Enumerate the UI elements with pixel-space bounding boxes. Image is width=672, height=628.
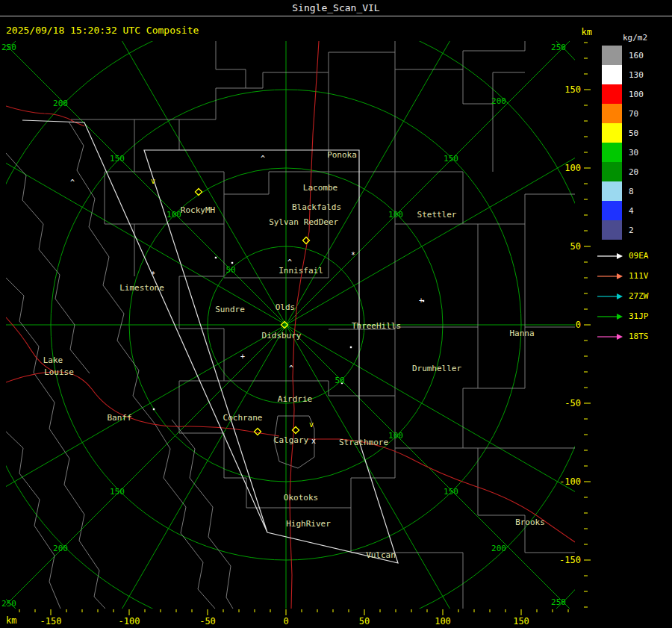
site-arrow-icon [597,252,623,260]
site-legend-entry: 18TS [596,326,671,346]
legend-entry: 130 [596,65,671,84]
azimuth-spoke [0,0,286,325]
dot-marker [231,262,233,264]
azimuth-spoke [0,0,286,325]
legend-entry: 4 [596,201,671,220]
legend-swatch [602,181,622,201]
boundary-line [246,388,575,609]
site-id-label: 111V [629,271,649,281]
highway-line [308,439,575,542]
boundary-line [71,41,525,278]
legend-entry: 30 [596,143,671,162]
site-id-label: 31JP [629,311,649,321]
site-id-label: 09EA [629,251,649,261]
range-rings-and-spokes [0,0,672,628]
legend-entry: 2 [596,220,671,240]
legend-units-label: kg/m2 [623,33,671,43]
radar-scan-outline [22,120,398,563]
site-arrow-icon [597,273,623,280]
dot-marker [423,300,424,302]
legend-entry: 50 [596,123,671,143]
station-diamond-marker [302,237,309,243]
site-id-label: 27ZW [629,291,649,301]
site-arrow-icon [597,293,623,300]
site-legend-entry: 31JP [596,306,671,326]
site-arrow-icon [597,333,623,341]
legend-entry: 160 [596,46,671,65]
site-legend-entry: 27ZW [596,286,671,306]
site-arrow-icon [597,313,623,320]
legend-value: 4 [629,206,634,216]
site-id-label: 18TS [629,332,649,341]
azimuth-spoke [286,325,672,628]
legend-value: 100 [629,90,644,99]
legend-value: 2 [629,226,634,235]
legend-entry: 8 [596,181,671,201]
legend-value: 20 [629,167,638,177]
legend-entry: 100 [596,84,671,104]
highway-line [6,317,53,371]
legend-value: 160 [629,51,644,60]
station-markers [153,188,424,435]
axis-ticks [19,43,591,615]
legend-value: 70 [629,109,638,119]
legend-value: 130 [629,70,644,80]
legend-entry: 70 [596,104,671,123]
dot-marker [215,257,217,258]
highway-line [6,372,279,436]
azimuth-spoke [0,325,286,628]
dot-marker [341,382,343,384]
legend-swatch [602,46,622,65]
range-ring [0,11,600,628]
legend-swatch [602,201,622,220]
legend-swatch [602,220,622,240]
legend-swatch [602,123,622,143]
station-diamond-marker [254,428,261,435]
scan-outline-segment [22,120,398,563]
legend-entry: 20 [596,162,671,181]
legend-color-scale: 16013010070503020842 [596,46,671,240]
azimuth-spoke [0,325,286,628]
boundary-line-calgary [274,416,314,468]
legend-swatch [602,143,622,162]
radar-site-legend: 09EA111V27ZW31JP18TS [596,246,671,346]
azimuth-spoke [286,325,672,628]
site-legend-entry: 111V [596,266,671,286]
boundary-line [134,69,575,396]
legend-value: 50 [629,128,638,138]
dot-marker [350,346,352,348]
legend-value: 8 [629,187,634,196]
azimuth-spoke [0,0,286,325]
single-scan-vil-window: Single_Scan_VIL 2025/09/18 15:20:32 UTC … [0,0,672,628]
radar-map-canvas[interactable] [0,0,672,628]
azimuth-spoke [286,325,672,628]
highway-line [6,106,84,126]
legend-swatch [602,104,622,123]
range-ring [0,0,672,628]
site-legend-entry: 09EA [596,246,671,266]
legend-swatch [602,65,622,84]
azimuth-spoke [0,325,286,628]
vil-legend: kg/m2 16013010070503020842 09EA111V27ZW3… [596,33,671,346]
legend-swatch [602,84,622,104]
legend-value: 30 [629,148,638,158]
legend-swatch [602,162,622,181]
dot-marker [153,408,155,410]
